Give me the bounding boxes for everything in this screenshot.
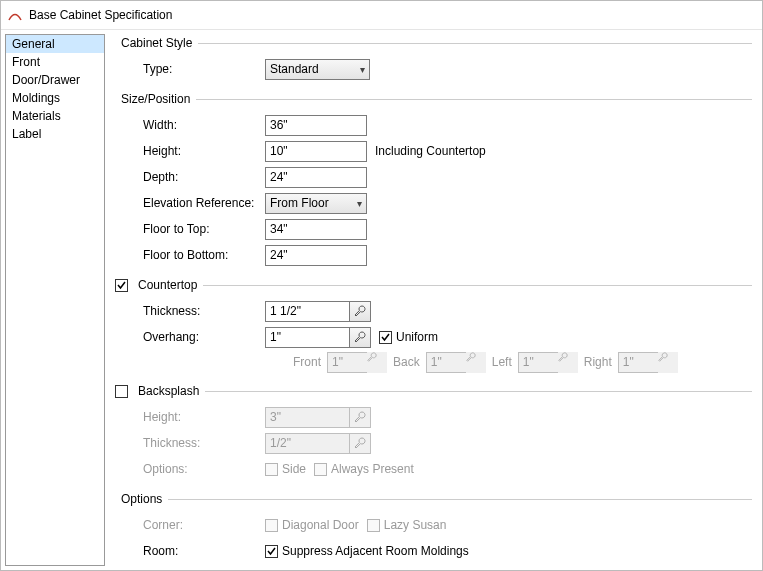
corner-label: Corner: (115, 518, 265, 532)
bs-height-label: Height: (115, 410, 265, 424)
wrench-icon[interactable] (349, 327, 371, 348)
type-label: Type: (115, 62, 265, 76)
uniform-label: Uniform (396, 330, 438, 344)
chevron-down-icon: ▾ (360, 64, 365, 75)
panel-general: Cabinet Style Type: Standard ▾ (105, 30, 762, 570)
chevron-down-icon: ▾ (357, 198, 362, 209)
bs-always-label: Always Present (331, 462, 414, 476)
depth-label: Depth: (115, 170, 265, 184)
sidebar-item-general[interactable]: General (6, 35, 104, 53)
bs-height-input (265, 407, 371, 428)
group-countertop: Countertop Thickness: (115, 278, 752, 374)
ov-back-input (426, 352, 486, 373)
ct-thickness-input[interactable] (265, 301, 371, 322)
wrench-icon (367, 352, 387, 373)
diagonal-door-checkbox: Diagonal Door (265, 518, 359, 532)
group-title-size-position: Size/Position (121, 92, 190, 106)
ov-front-label: Front (293, 355, 321, 369)
ov-back-label: Back (393, 355, 420, 369)
group-backsplash: Backsplash Height: Thick (115, 384, 752, 482)
app-icon (7, 7, 23, 23)
bs-thickness-input (265, 433, 371, 454)
group-title-countertop: Countertop (138, 278, 197, 292)
group-title-backsplash: Backsplash (138, 384, 199, 398)
wrench-icon (466, 352, 486, 373)
floor-bottom-label: Floor to Bottom: (115, 248, 265, 262)
wrench-icon (558, 352, 578, 373)
room-label: Room: (115, 544, 265, 558)
suppress-moldings-checkbox[interactable]: Suppress Adjacent Room Moldings (265, 544, 469, 558)
wrench-icon[interactable] (349, 301, 371, 322)
type-select-value: Standard (270, 62, 319, 76)
elev-ref-label: Elevation Reference: (115, 196, 265, 210)
wrench-icon (658, 352, 678, 373)
ct-overhang-label: Overhang: (115, 330, 265, 344)
backsplash-checkbox[interactable] (115, 385, 132, 398)
elev-ref-select[interactable]: From Floor ▾ (265, 193, 367, 214)
ov-front-input (327, 352, 387, 373)
titlebar: Base Cabinet Specification (1, 1, 762, 29)
height-label: Height: (115, 144, 265, 158)
floor-top-input[interactable] (265, 219, 367, 240)
group-title-cabinet-style: Cabinet Style (121, 36, 192, 50)
depth-input[interactable] (265, 167, 367, 188)
ct-thickness-label: Thickness: (115, 304, 265, 318)
lazy-susan-checkbox: Lazy Susan (367, 518, 447, 532)
group-title-options: Options (121, 492, 162, 506)
height-note: Including Countertop (375, 144, 486, 158)
width-label: Width: (115, 118, 265, 132)
ov-left-label: Left (492, 355, 512, 369)
type-select[interactable]: Standard ▾ (265, 59, 370, 80)
bs-thickness-label: Thickness: (115, 436, 265, 450)
uniform-checkbox[interactable]: Uniform (379, 330, 438, 344)
ov-right-input (618, 352, 678, 373)
sidebar-item-materials[interactable]: Materials (6, 107, 104, 125)
sidebar-item-front[interactable]: Front (6, 53, 104, 71)
width-input[interactable] (265, 115, 367, 136)
bs-options-label: Options: (115, 462, 265, 476)
floor-top-label: Floor to Top: (115, 222, 265, 236)
bs-side-checkbox: Side (265, 462, 306, 476)
ct-overhang-input[interactable] (265, 327, 371, 348)
group-options: Options Corner: Diagonal Door Lazy Susan… (115, 492, 752, 564)
lazy-susan-label: Lazy Susan (384, 518, 447, 532)
diagonal-door-label: Diagonal Door (282, 518, 359, 532)
bs-always-checkbox: Always Present (314, 462, 414, 476)
sidebar: General Front Door/Drawer Moldings Mater… (5, 34, 105, 566)
wrench-icon (349, 433, 371, 454)
ov-right-label: Right (584, 355, 612, 369)
floor-bottom-input[interactable] (265, 245, 367, 266)
ov-left-input (518, 352, 578, 373)
sidebar-item-label[interactable]: Label (6, 125, 104, 143)
window-title: Base Cabinet Specification (29, 8, 172, 22)
elev-ref-value: From Floor (270, 196, 329, 210)
countertop-checkbox[interactable] (115, 279, 132, 292)
suppress-moldings-label: Suppress Adjacent Room Moldings (282, 544, 469, 558)
group-size-position: Size/Position Width: Height: Including C… (115, 92, 752, 268)
wrench-icon (349, 407, 371, 428)
bs-side-label: Side (282, 462, 306, 476)
sidebar-item-door-drawer[interactable]: Door/Drawer (6, 71, 104, 89)
sidebar-item-moldings[interactable]: Moldings (6, 89, 104, 107)
group-cabinet-style: Cabinet Style Type: Standard ▾ (115, 36, 752, 82)
dialog-window: Base Cabinet Specification General Front… (0, 0, 763, 571)
height-input[interactable] (265, 141, 367, 162)
